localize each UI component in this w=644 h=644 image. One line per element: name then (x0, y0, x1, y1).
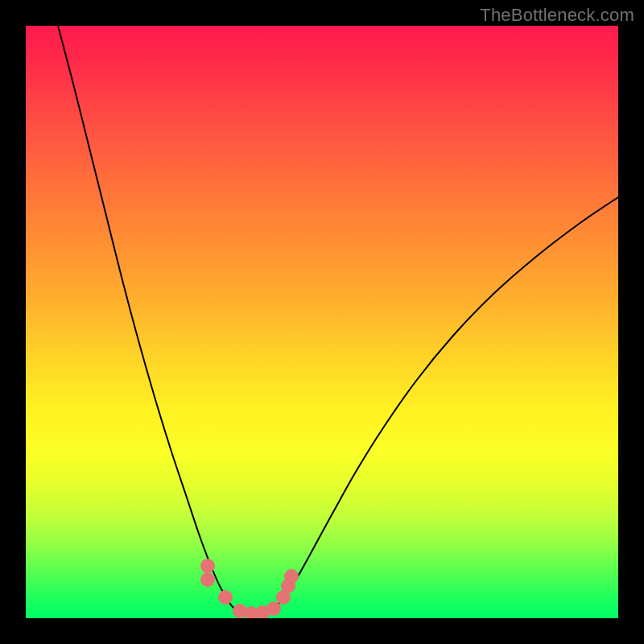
curve-right-branch (267, 197, 618, 612)
chart-frame: TheBottleneck.com (0, 0, 644, 644)
plot-area (26, 26, 618, 618)
curve-left-branch (58, 26, 240, 612)
chart-svg (26, 26, 618, 618)
marker-dot (284, 569, 299, 584)
marker-dot (200, 559, 215, 573)
watermark-text: TheBottleneck.com (480, 5, 634, 26)
marker-dot (266, 601, 281, 616)
marker-dot (200, 572, 215, 587)
marker-dot (218, 590, 233, 605)
